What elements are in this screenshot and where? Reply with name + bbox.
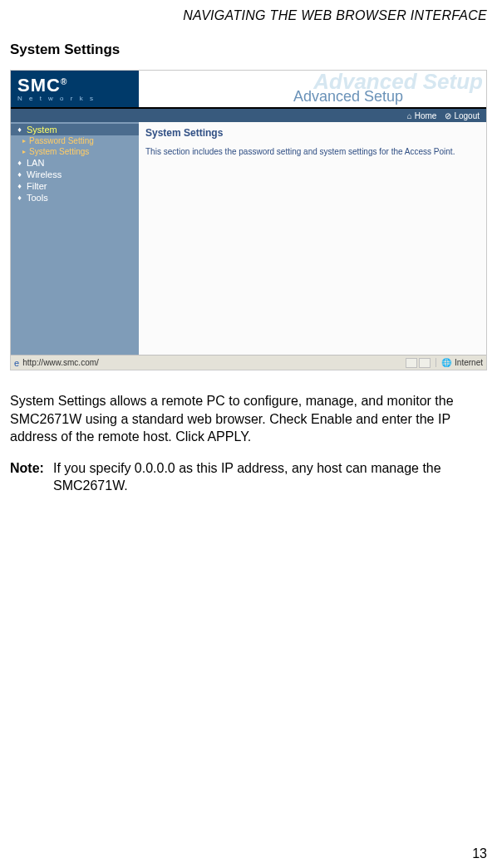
sidebar-item-filter[interactable]: ♦ Filter [11,180,139,192]
home-icon: ⌂ [407,111,412,120]
home-label: Home [415,111,437,120]
status-url: e http://www.smc.com/ [14,358,401,368]
bullet-icon: ♦ [16,182,23,190]
logo: SMC® N e t w o r k s [11,71,139,107]
note-label: Note: [10,459,53,495]
content-row: ♦ System Password Setting System Setting… [11,122,486,355]
status-bar: e http://www.smc.com/ 🌐 Internet [11,355,486,370]
sidebar-item-lan[interactable]: ♦ LAN [11,157,139,169]
bullet-icon: ♦ [16,159,23,167]
sidebar-sub-system-settings[interactable]: System Settings [11,146,139,157]
banner: Advanced Setup Advanced Setup [139,71,486,107]
pane-text: This section includes the password setti… [145,147,480,156]
sidebar-sub-label: Password Setting [29,136,94,145]
sidebar-item-wireless[interactable]: ♦ Wireless [11,169,139,180]
sidebar-item-system[interactable]: ♦ System [11,124,139,135]
status-url-text: http://www.smc.com/ [22,358,99,367]
logo-reg: ® [61,76,67,86]
note-block: Note: If you specify 0.0.0.0 as this IP … [10,459,487,495]
bullet-icon: ♦ [16,125,23,134]
logo-text: SMC [17,75,61,96]
overlay-label: Advanced Setup [293,88,403,105]
bullet-icon: ♦ [16,170,23,179]
section-title: System Settings [10,42,487,58]
top-nav: ⌂ Home ⊘ Logout [11,107,486,122]
logo-sub: N e t w o r k s [17,95,139,102]
sidebar-item-label: Filter [27,181,47,191]
pane-heading: System Settings [145,127,480,139]
body-paragraph: System Settings allows a remote PC to co… [10,392,487,446]
sidebar-item-tools[interactable]: ♦ Tools [11,192,139,204]
page-number: 13 [472,846,487,861]
sidebar-item-label: Wireless [27,169,62,179]
logout-label: Logout [454,111,480,120]
globe-icon: 🌐 [441,358,451,367]
sidebar-item-label: LAN [27,158,44,168]
sidebar-item-label: Tools [27,193,48,203]
header-row: SMC® N e t w o r k s Advanced Setup Adva… [11,71,486,107]
logout-icon: ⊘ [445,111,451,120]
running-head: NAVIGATING THE WEB BROWSER INTERFACE [10,8,487,23]
ie-icon: e [14,358,19,368]
logout-link[interactable]: ⊘ Logout [445,111,480,120]
status-empties [406,358,431,368]
bullet-icon: ♦ [16,194,23,202]
status-zone: 🌐 Internet [435,358,483,367]
status-zone-text: Internet [455,358,483,367]
sidebar-item-label: System [27,125,57,135]
note-text: If you specify 0.0.0.0 as this IP addres… [53,459,487,495]
sidebar-sub-password[interactable]: Password Setting [11,135,139,146]
home-link[interactable]: ⌂ Home [407,111,437,120]
main-pane: System Settings This section includes th… [139,122,486,355]
sidebar-sub-label: System Settings [29,147,89,156]
logo-main: SMC® [17,76,139,95]
screenshot: SMC® N e t w o r k s Advanced Setup Adva… [10,70,487,370]
sidebar: ♦ System Password Setting System Setting… [11,122,139,355]
